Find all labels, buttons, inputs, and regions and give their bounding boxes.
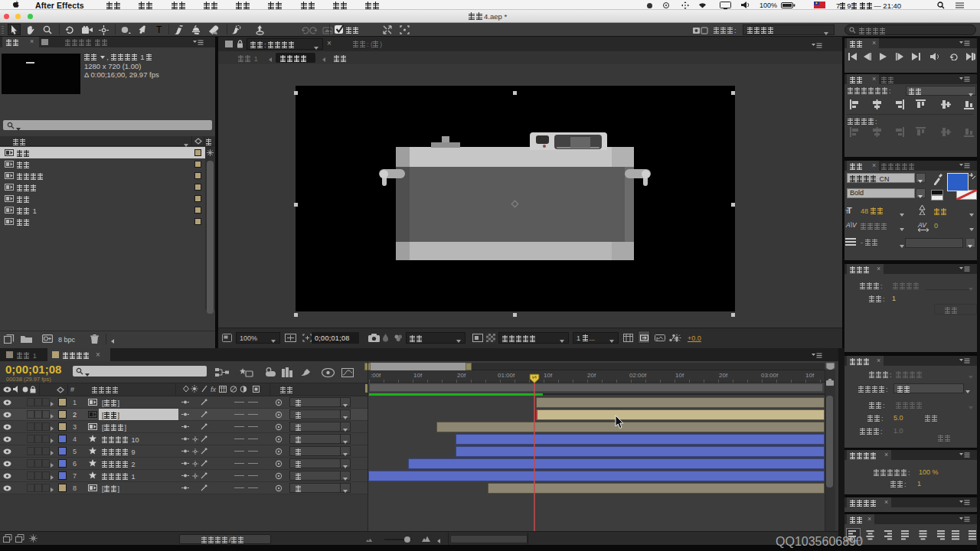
svg-text:fx: fx (211, 386, 217, 393)
